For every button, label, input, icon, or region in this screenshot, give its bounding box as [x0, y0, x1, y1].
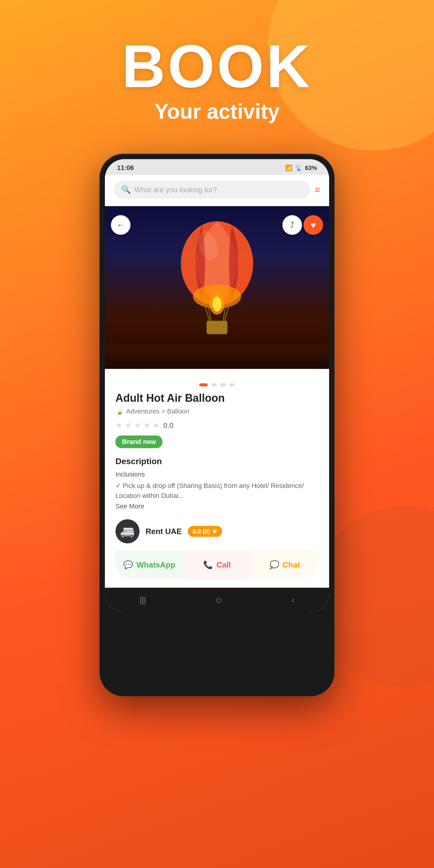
whatsapp-label: WhatsApp — [136, 560, 176, 569]
star-4: ★ — [144, 421, 150, 430]
action-buttons: 💬 WhatsApp 📞 Call 💭 Chat — [116, 551, 318, 579]
home-button[interactable]: ○ — [216, 594, 222, 607]
description-text: ✓ Pick up & drop off (Sharing Basis) fro… — [116, 481, 318, 501]
pagination-dots — [116, 378, 318, 390]
activity-title: Adult Hot Air Balloon — [116, 392, 318, 404]
filter-icon[interactable]: ≡ — [315, 185, 320, 195]
phone-mockup: 11:06 📶 📡 63% 🔍 What are you looking for… — [99, 154, 335, 696]
balloon-illustration — [175, 215, 259, 342]
chat-icon: 💭 — [270, 560, 279, 569]
avatar-emoji: 🚐 — [120, 524, 135, 538]
provider-rating-badge: 0.0 (0) ★ — [188, 526, 222, 537]
description-title: Description — [116, 457, 318, 466]
rating-value: 0.0 — [163, 421, 173, 430]
heart-icon: ♥ — [311, 220, 316, 230]
inclusions-label: Inclusions — [116, 470, 318, 478]
whatsapp-button[interactable]: 💬 WhatsApp — [116, 551, 183, 579]
search-placeholder: What are you looking for? — [134, 186, 217, 194]
svg-point-9 — [213, 297, 221, 312]
category-icon: 🍃 — [116, 407, 124, 415]
provider-row: 🚐 Rent UAE 0.0 (0) ★ — [116, 519, 318, 544]
back-nav-button[interactable]: ‹ — [291, 595, 294, 605]
battery-display: 63% — [305, 164, 317, 172]
back-arrow-icon: ← — [117, 220, 125, 230]
chat-button[interactable]: 💭 Chat — [251, 551, 318, 579]
whatsapp-icon: 💬 — [123, 560, 133, 569]
time-display: 11:06 — [117, 164, 134, 172]
search-bar: 🔍 What are you looking for? ≡ — [105, 175, 329, 206]
status-bar: 11:06 📶 📡 63% — [105, 159, 329, 175]
ground — [105, 345, 329, 369]
share-button[interactable]: ⤴ — [282, 215, 302, 235]
provider-name: Rent UAE — [146, 527, 182, 536]
see-more-button[interactable]: See More — [116, 502, 318, 510]
dot-3 — [220, 383, 226, 386]
activity-category: 🍃 Adventures > Balloon — [116, 407, 318, 415]
star-3: ★ — [134, 421, 141, 430]
rating-row: ★ ★ ★ ★ ★ 0.0 — [116, 421, 318, 430]
star-2: ★ — [125, 421, 132, 430]
dot-1 — [199, 383, 208, 386]
status-icons: 📶 📡 63% — [285, 164, 317, 172]
call-icon: 📞 — [203, 560, 213, 569]
svg-rect-7 — [207, 321, 227, 334]
back-button[interactable]: ← — [111, 215, 130, 235]
provider-info: Rent UAE — [146, 527, 182, 536]
chat-label: Chat — [283, 560, 300, 569]
phone-screen: 11:06 📶 📡 63% 🔍 What are you looking for… — [105, 159, 329, 613]
activity-image: ← ⤴ ♥ — [105, 206, 329, 369]
call-label: Call — [216, 560, 231, 569]
category-text: Adventures > Balloon — [126, 407, 189, 415]
search-input-wrapper[interactable]: 🔍 What are you looking for? — [114, 181, 310, 198]
share-icon: ⤴ — [290, 220, 294, 230]
call-button[interactable]: 📞 Call — [183, 551, 251, 579]
phone-frame: 11:06 📶 📡 63% 🔍 What are you looking for… — [99, 154, 335, 696]
brand-new-badge: Brand new — [116, 435, 162, 448]
dot-2 — [211, 383, 217, 386]
hero-subtitle: Your activity — [122, 99, 312, 124]
signal-icon: 📡 — [295, 164, 303, 172]
provider-avatar: 🚐 — [116, 519, 140, 544]
provider-star-icon: ★ — [212, 528, 217, 535]
search-icon: 🔍 — [121, 185, 131, 194]
recent-apps-button[interactable]: ||| — [140, 595, 146, 605]
dot-4 — [229, 383, 235, 386]
content-card: Adult Hot Air Balloon 🍃 Adventures > Bal… — [105, 369, 329, 588]
provider-rating-value: 0.0 (0) — [193, 528, 210, 535]
star-5: ★ — [153, 421, 160, 430]
home-indicator-area: ||| ○ ‹ — [105, 588, 329, 613]
hero-section: BOOK Your activity — [122, 0, 312, 124]
hero-title: BOOK — [122, 36, 312, 96]
favorite-button[interactable]: ♥ — [304, 215, 323, 235]
star-1: ★ — [116, 421, 122, 430]
wifi-icon: 📶 — [285, 164, 293, 172]
